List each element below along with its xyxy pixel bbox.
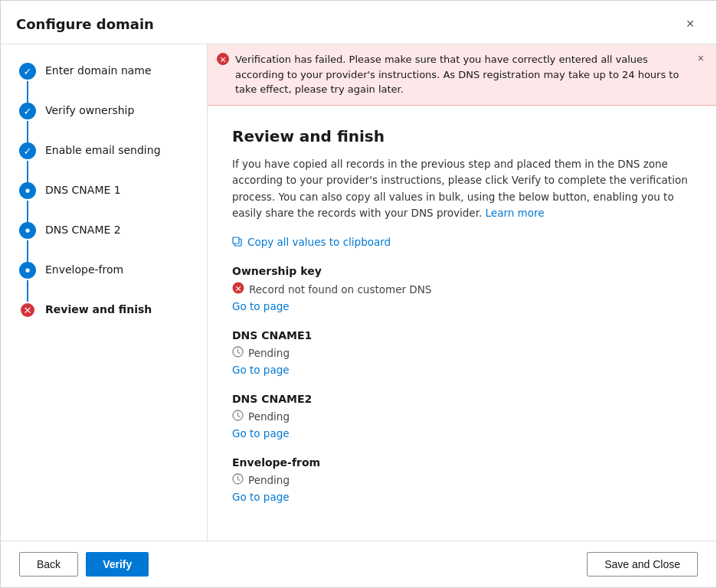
step-pending-icon: ● (19, 182, 36, 199)
dialog-title: Configure domain (16, 16, 154, 32)
step-completed-icon: ✓ (19, 142, 36, 159)
copy-all-values-link[interactable]: Copy all values to clipboard (232, 236, 692, 248)
pending-status-icon (232, 473, 244, 488)
save-close-button[interactable]: Save and Close (587, 552, 698, 577)
configure-domain-dialog: Configure domain × ✓ Enter domain name ✓… (0, 0, 717, 588)
dialog-header: Configure domain × (1, 1, 716, 44)
record-status-cname2: Pending (232, 410, 692, 424)
step-label-dns-cname-1: DNS CNAME 1 (45, 182, 121, 217)
record-status-cname1: Pending (232, 346, 692, 361)
go-to-page-link-envelope[interactable]: Go to page (232, 491, 290, 503)
go-to-page-link-cname1[interactable]: Go to page (232, 364, 290, 376)
description-part1: If you have copied all records in the pr… (232, 158, 688, 220)
svg-rect-5 (233, 237, 239, 243)
record-ownership-key: Ownership key ✕ Record not found on cust… (232, 265, 692, 312)
dialog-body: ✓ Enter domain name ✓ Verify ownership ✓ (1, 44, 716, 541)
go-to-page-link-cname2[interactable]: Go to page (232, 427, 290, 439)
record-envelope-from: Envelope-from Pending Go to page (232, 456, 692, 503)
sidebar-item-dns-cname-2[interactable]: ● DNS CNAME 2 (19, 222, 207, 262)
record-title-cname1: DNS CNAME1 (232, 329, 692, 341)
record-title-ownership: Ownership key (232, 265, 692, 277)
pending-status-icon (232, 410, 244, 424)
step-pending-icon: ● (19, 262, 36, 279)
step-connector (27, 81, 28, 103)
dialog-footer: Back Verify Save and Close (1, 541, 716, 587)
sidebar-item-enter-domain[interactable]: ✓ Enter domain name (19, 63, 207, 103)
sidebar-item-enable-email[interactable]: ✓ Enable email sending (19, 142, 207, 182)
svg-text:✕: ✕ (219, 55, 226, 65)
step-connector (27, 240, 28, 262)
alert-close-button[interactable]: × (698, 52, 704, 64)
step-label-review-finish: Review and finish (45, 302, 152, 337)
record-dns-cname2: DNS CNAME2 Pending Go to page (232, 393, 692, 439)
pending-status-icon (232, 346, 244, 361)
record-dns-cname1: DNS CNAME1 Pending Go to page (232, 329, 692, 376)
alert-error-icon: ✕ (217, 53, 229, 68)
step-label-enable-email: Enable email sending (45, 142, 161, 178)
learn-more-link[interactable]: Learn more (486, 207, 545, 219)
record-title-cname2: DNS CNAME2 (232, 393, 692, 405)
copy-icon (232, 237, 243, 247)
record-status-ownership: ✕ Record not found on customer DNS (232, 282, 692, 297)
sidebar-item-dns-cname-1[interactable]: ● DNS CNAME 1 (19, 182, 207, 222)
step-completed-icon: ✓ (19, 103, 36, 119)
step-connector (27, 121, 28, 142)
error-status-icon: ✕ (232, 282, 244, 297)
step-label-verify-ownership: Verify ownership (45, 103, 134, 138)
alert-message: Verification has failed. Please make sur… (235, 52, 692, 97)
record-status-text-cname2: Pending (248, 410, 290, 423)
step-connector (27, 201, 28, 222)
footer-left-buttons: Back Verify (19, 552, 149, 577)
copy-link-label: Copy all values to clipboard (247, 236, 391, 248)
step-pending-icon: ● (19, 222, 36, 239)
record-status-text-envelope: Pending (248, 474, 290, 486)
main-content: ✕ Verification has failed. Please make s… (208, 44, 716, 541)
step-connector (27, 161, 28, 182)
step-label-envelope-from: Envelope-from (45, 262, 123, 297)
sidebar-item-verify-ownership[interactable]: ✓ Verify ownership (19, 103, 207, 142)
back-button[interactable]: Back (19, 552, 78, 577)
step-completed-icon: ✓ (19, 63, 36, 80)
step-label-enter-domain: Enter domain name (45, 63, 152, 98)
verify-button[interactable]: Verify (86, 552, 149, 577)
go-to-page-link-ownership[interactable]: Go to page (232, 300, 290, 312)
record-title-envelope: Envelope-from (232, 456, 692, 469)
sidebar-item-review-finish[interactable]: ✕ Review and finish (19, 302, 207, 337)
description-text: If you have copied all records in the pr… (232, 156, 692, 222)
step-connector (27, 280, 28, 302)
svg-text:✕: ✕ (24, 305, 32, 316)
record-status-envelope: Pending (232, 473, 692, 488)
content-area: Review and finish If you have copied all… (208, 106, 716, 541)
dialog-close-button[interactable]: × (679, 13, 701, 34)
sidebar: ✓ Enter domain name ✓ Verify ownership ✓ (1, 44, 208, 541)
alert-bar: ✕ Verification has failed. Please make s… (208, 44, 716, 106)
step-error-icon: ✕ (19, 302, 36, 318)
section-title: Review and finish (232, 127, 692, 145)
sidebar-item-envelope-from[interactable]: ● Envelope-from (19, 262, 207, 302)
record-status-text-cname1: Pending (248, 347, 290, 359)
record-status-text-ownership: Record not found on customer DNS (249, 283, 431, 296)
svg-text:✕: ✕ (234, 283, 241, 293)
step-label-dns-cname-2: DNS CNAME 2 (45, 222, 121, 257)
